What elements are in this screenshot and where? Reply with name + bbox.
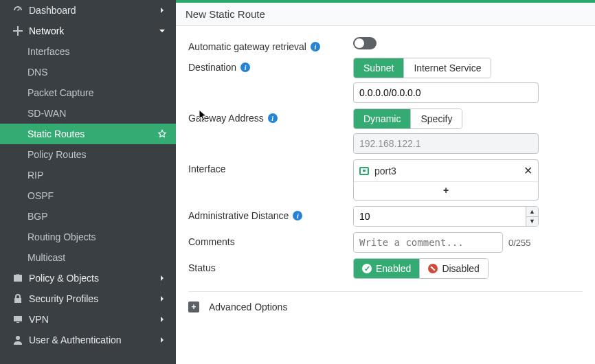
gateway-input bbox=[353, 133, 539, 154]
status-label-text: Status bbox=[188, 262, 216, 273]
sidebar-item-label: User & Authentication bbox=[29, 334, 157, 345]
auto-gateway-label-text: Automatic gateway retrieval bbox=[188, 41, 306, 52]
sidebar-item-label: VPN bbox=[29, 314, 157, 325]
form: Automatic gateway retrieval i Destinatio… bbox=[176, 26, 595, 312]
port-icon bbox=[359, 167, 369, 175]
sidebar-item-user-auth[interactable]: User & Authentication bbox=[0, 330, 176, 350]
comments-input[interactable] bbox=[353, 232, 503, 253]
disable-icon bbox=[428, 264, 438, 273]
destination-mode-segmented: Subnet Internet Service bbox=[353, 58, 491, 78]
admin-distance-label-text: Administrative Distance bbox=[188, 210, 289, 221]
sidebar-item-label: Static Routes bbox=[27, 128, 157, 139]
interface-label-text: Interface bbox=[188, 163, 225, 174]
briefcase-icon bbox=[11, 273, 25, 284]
favorite-star-icon[interactable] bbox=[157, 129, 168, 139]
admin-distance-input[interactable] bbox=[354, 207, 526, 226]
status-disabled-button[interactable]: Disabled bbox=[419, 259, 487, 278]
sidebar-item-label: Packet Capture bbox=[27, 87, 168, 98]
chevron-right-icon bbox=[157, 316, 168, 323]
sidebar-item-label: Routing Objects bbox=[27, 231, 168, 242]
interface-selector: port3 ✕ + bbox=[353, 159, 539, 201]
info-icon[interactable]: i bbox=[240, 62, 250, 72]
sidebar: DashboardNetworkInterfacesDNSPacket Capt… bbox=[0, 0, 176, 364]
monitor-icon bbox=[11, 314, 25, 325]
row-status: Status ✓ Enabled Disabled bbox=[188, 258, 583, 279]
destination-label-text: Destination bbox=[188, 62, 236, 73]
gateway-mode-dynamic[interactable]: Dynamic bbox=[354, 109, 410, 128]
stepper-down[interactable]: ▼ bbox=[526, 216, 538, 227]
sidebar-item-label: Network bbox=[29, 25, 157, 36]
row-interface: Interface port3 ✕ + bbox=[188, 159, 583, 201]
sidebar-item-multicast[interactable]: Multicast bbox=[0, 247, 176, 268]
sidebar-item-dns[interactable]: DNS bbox=[0, 62, 176, 82]
advanced-options-toggle[interactable]: + Advanced Options bbox=[188, 291, 583, 312]
sidebar-item-label: OSPF bbox=[27, 190, 168, 201]
sidebar-item-label: RIP bbox=[27, 170, 168, 181]
row-auto-gateway: Automatic gateway retrieval i bbox=[188, 37, 583, 52]
row-destination: Destination i Subnet Internet Service bbox=[188, 58, 583, 78]
sidebar-item-interfaces[interactable]: Interfaces bbox=[0, 41, 176, 62]
sidebar-item-ospf[interactable]: OSPF bbox=[0, 185, 176, 206]
sidebar-item-label: Interfaces bbox=[27, 46, 168, 57]
sidebar-item-routing-objects[interactable]: Routing Objects bbox=[0, 227, 176, 247]
row-gateway: Gateway Address i Dynamic Specify bbox=[188, 109, 583, 129]
destination-input[interactable] bbox=[353, 82, 539, 103]
sidebar-item-sd-wan[interactable]: SD-WAN bbox=[0, 103, 176, 124]
sidebar-item-security-profiles[interactable]: Security Profiles bbox=[0, 288, 176, 309]
sidebar-item-label: Multicast bbox=[27, 252, 168, 263]
check-icon: ✓ bbox=[362, 264, 372, 273]
admin-distance-stepper[interactable]: ▲ ▼ bbox=[353, 206, 539, 227]
sidebar-item-vpn[interactable]: VPN bbox=[0, 309, 176, 330]
gateway-label-text: Gateway Address bbox=[188, 113, 264, 124]
destination-mode-subnet[interactable]: Subnet bbox=[354, 58, 403, 78]
sidebar-item-label: Security Profiles bbox=[29, 293, 157, 304]
info-icon[interactable]: i bbox=[311, 42, 320, 52]
sidebar-item-label: DNS bbox=[27, 67, 168, 78]
auto-gateway-toggle[interactable] bbox=[353, 37, 377, 49]
sidebar-item-label: Policy Routes bbox=[27, 149, 168, 160]
user-icon bbox=[11, 334, 25, 345]
destination-label: Destination i bbox=[188, 58, 353, 73]
comments-label-text: Comments bbox=[188, 236, 235, 247]
gateway-mode-specify[interactable]: Specify bbox=[410, 109, 462, 128]
gateway-label: Gateway Address i bbox=[188, 109, 353, 124]
dashboard-icon bbox=[11, 5, 25, 16]
row-comments: Comments 0/255 bbox=[188, 232, 583, 253]
interface-label: Interface bbox=[188, 159, 353, 174]
sidebar-item-policy-objects[interactable]: Policy & Objects bbox=[0, 268, 176, 288]
interface-remove-button[interactable]: ✕ bbox=[524, 164, 532, 177]
sidebar-item-static-routes[interactable]: Static Routes bbox=[0, 124, 176, 144]
sidebar-item-label: Dashboard bbox=[29, 5, 157, 16]
interface-selected-text: port3 bbox=[374, 166, 396, 177]
chevron-right-icon bbox=[157, 275, 168, 282]
advanced-options-label: Advanced Options bbox=[209, 302, 287, 312]
sidebar-item-policy-routes[interactable]: Policy Routes bbox=[0, 144, 176, 165]
sidebar-item-packet-capture[interactable]: Packet Capture bbox=[0, 82, 176, 103]
info-icon[interactable]: i bbox=[268, 113, 278, 123]
comments-label: Comments bbox=[188, 232, 353, 247]
main-content: New Static Route Automatic gateway retri… bbox=[176, 0, 595, 364]
sidebar-item-dashboard[interactable]: Dashboard bbox=[0, 0, 176, 21]
lock-icon bbox=[11, 293, 25, 304]
status-enabled-button[interactable]: ✓ Enabled bbox=[354, 259, 419, 278]
status-toggle: ✓ Enabled Disabled bbox=[353, 258, 489, 279]
info-icon[interactable]: i bbox=[293, 211, 302, 220]
stepper-up[interactable]: ▲ bbox=[526, 207, 538, 216]
comments-counter: 0/255 bbox=[508, 238, 531, 248]
chevron-right-icon bbox=[157, 7, 168, 14]
plus-icon: + bbox=[188, 302, 199, 312]
status-disabled-text: Disabled bbox=[442, 263, 479, 274]
status-label: Status bbox=[188, 258, 353, 273]
chevron-right-icon bbox=[157, 337, 168, 343]
sidebar-item-network[interactable]: Network bbox=[0, 21, 176, 41]
interface-add-button[interactable]: + bbox=[354, 181, 538, 200]
destination-mode-internet-service[interactable]: Internet Service bbox=[403, 58, 491, 78]
gateway-mode-segmented: Dynamic Specify bbox=[353, 109, 462, 129]
sidebar-item-rip[interactable]: RIP bbox=[0, 165, 176, 185]
status-enabled-text: Enabled bbox=[376, 263, 411, 274]
sidebar-item-bgp[interactable]: BGP bbox=[0, 206, 176, 227]
chevron-down-icon bbox=[157, 27, 168, 34]
sidebar-item-label: SD-WAN bbox=[27, 108, 168, 119]
interface-selected-row[interactable]: port3 ✕ bbox=[354, 160, 538, 181]
auto-gateway-label: Automatic gateway retrieval i bbox=[188, 37, 353, 52]
